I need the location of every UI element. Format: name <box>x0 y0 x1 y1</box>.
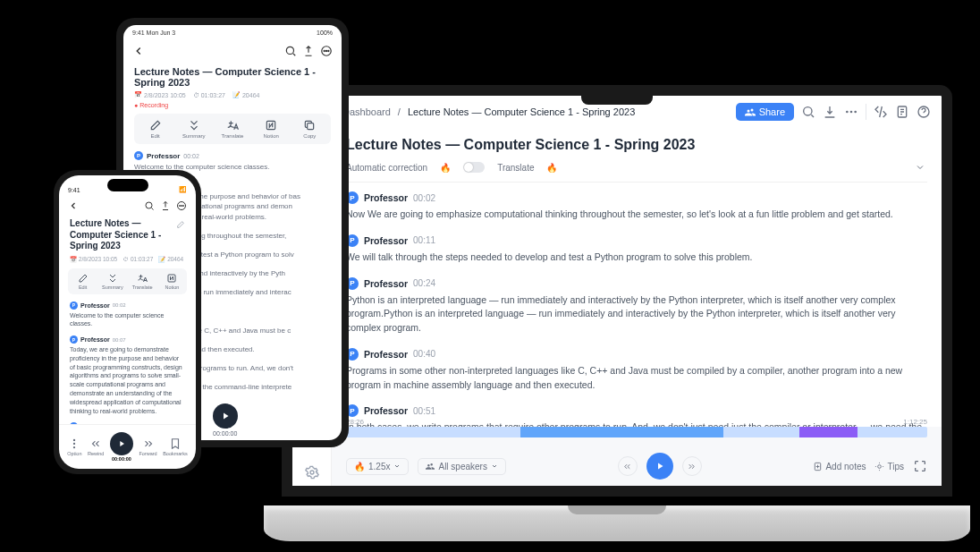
segment-text: Python is an interpreted language — run … <box>346 293 927 335</box>
tablet-copy-button[interactable]: Copy <box>293 119 325 139</box>
auto-correct-toggle[interactable] <box>463 162 485 173</box>
transcript-segment[interactable]: P Professor 00:51 In both cases, we writ… <box>346 404 927 427</box>
skip-back-button[interactable] <box>618 456 638 476</box>
transcript-segment[interactable]: P Professor 00:24 Python is an interpret… <box>346 277 927 335</box>
phone-forward-button[interactable]: Forward <box>139 437 156 456</box>
svg-point-8 <box>854 111 857 114</box>
phone-share-icon[interactable] <box>160 200 171 211</box>
play-button[interactable] <box>646 453 673 480</box>
tablet-more-icon[interactable] <box>320 45 333 57</box>
segment-text: Today, we are going to demonstrate profi… <box>70 345 185 415</box>
phone-back-button[interactable] <box>68 200 79 211</box>
svg-point-17 <box>328 50 329 51</box>
wave-start-time: 28:26 <box>346 418 364 426</box>
speaker-name: Professor <box>364 405 408 416</box>
phone-title: Lecture Notes — Computer Science 1 - Spr… <box>59 217 196 254</box>
phone-edit-button[interactable]: Edit <box>70 273 97 290</box>
svg-point-24 <box>183 206 184 207</box>
svg-point-7 <box>850 111 853 114</box>
topbar-more-icon[interactable] <box>844 105 858 119</box>
waveform[interactable]: 28:26 1:12:25 <box>332 427 942 446</box>
phone-edit-icon[interactable] <box>176 220 185 229</box>
phone-play-button[interactable] <box>110 432 133 455</box>
segment-time: 00:40 <box>413 349 435 359</box>
phone-bookmarks-button[interactable]: Bookmarks <box>163 437 188 456</box>
transcript-segment[interactable]: P Professor 00:02 Welcome to the compute… <box>70 301 185 329</box>
back-button[interactable] <box>132 45 145 57</box>
phone-notion-button[interactable]: Notion <box>158 273 185 290</box>
segment-text: Now We are going to emphasize computatio… <box>346 208 927 222</box>
svg-point-13 <box>286 47 293 54</box>
phone-option-button[interactable]: Option <box>67 437 81 456</box>
skip-fwd-button[interactable] <box>682 456 702 476</box>
fullscreen-icon[interactable] <box>913 459 927 473</box>
transcript-segment[interactable]: P Professor 00:40 Programs in some other… <box>346 348 927 393</box>
sidebar-settings-icon[interactable] <box>299 459 325 486</box>
topbar-help-icon[interactable] <box>917 105 931 119</box>
share-button[interactable]: Share <box>736 103 794 121</box>
phone-meta: 📅 2/8/2023 10:05 ⏱ 01:03:27 📝 20464 <box>59 254 196 268</box>
transcript-segment[interactable]: P Professor 00:07 Today, we are going to… <box>70 335 185 415</box>
laptop-device: Dashboard / Lecture Notes — Computer Sci… <box>264 85 970 541</box>
auto-correct-label: Automatic correction <box>346 163 427 173</box>
tablet-recording-status: ● Recording <box>123 100 342 114</box>
tablet-notion-button[interactable]: Notion <box>255 119 287 139</box>
phone-rewind-button[interactable]: Rewind <box>88 437 104 456</box>
tablet-search-icon[interactable] <box>284 45 297 57</box>
add-notes-button[interactable]: Add notes <box>813 462 866 471</box>
speaker-filter[interactable]: All speakers <box>418 458 505 475</box>
topbar-search-icon[interactable] <box>801 105 815 119</box>
laptop-notch <box>581 96 653 105</box>
topbar-download-icon[interactable] <box>823 105 837 119</box>
speaker-badge: P <box>134 151 143 160</box>
translate-label: Translate <box>497 163 534 173</box>
transcript-segment[interactable]: P Professor 00:02 Welcome to the compute… <box>134 151 331 172</box>
tablet-translate-button[interactable]: Translate <box>216 119 249 139</box>
page-title: Lecture Notes — Computer Science 1 - Spr… <box>346 137 927 153</box>
tablet-edit-button[interactable]: Edit <box>139 119 172 139</box>
laptop-base <box>264 505 970 541</box>
wave-end-time: 1:12:25 <box>903 418 927 426</box>
tablet-play-area: 00:00:00 <box>213 403 238 437</box>
speaker-name: Professor <box>80 336 110 343</box>
tablet-status-time: 9:41 Mon Jun 3 <box>132 30 175 36</box>
share-label: Share <box>759 106 785 117</box>
tablet-share-icon[interactable] <box>302 45 315 57</box>
tips-button[interactable]: Tips <box>874 462 904 471</box>
svg-point-23 <box>182 206 182 207</box>
svg-point-16 <box>325 50 326 51</box>
breadcrumb-current: Lecture Notes — Computer Science 1 - Spr… <box>408 106 635 117</box>
chevron-down-icon[interactable] <box>913 160 927 174</box>
svg-point-5 <box>804 107 812 115</box>
svg-point-6 <box>846 111 849 114</box>
tablet-status-battery: 100% <box>317 30 333 36</box>
speaker-name: Professor <box>147 152 180 160</box>
phone-translate-button[interactable]: Translate <box>129 273 156 290</box>
add-notes-label: Add notes <box>825 462 866 471</box>
phone-notch <box>107 179 148 191</box>
topbar-tools-icon[interactable] <box>874 105 888 119</box>
segment-time: 00:02 <box>113 302 126 308</box>
phone-status-time: 9:41 <box>68 187 80 193</box>
segment-time: 00:02 <box>413 193 435 203</box>
phone-more-icon[interactable] <box>176 200 187 211</box>
breadcrumb-root[interactable]: Dashboard <box>342 106 391 117</box>
speaker-badge: P <box>70 301 78 310</box>
flame-icon: 🔥 <box>546 163 557 173</box>
phone-search-icon[interactable] <box>144 200 155 211</box>
svg-point-26 <box>74 439 75 440</box>
phone-playback-time: 00:00:00 <box>112 456 131 462</box>
svg-rect-19 <box>308 123 314 130</box>
topbar-notes-icon[interactable] <box>895 105 909 119</box>
speed-selector[interactable]: 🔥 1.25x <box>346 458 409 475</box>
tablet-summary-button[interactable]: Summary <box>178 119 210 139</box>
transcript-segment[interactable]: P Professor 00:11 We will talk through t… <box>346 234 927 265</box>
segment-time: 00:07 <box>113 337 126 343</box>
speaker-name: Professor <box>364 349 408 360</box>
segment-text: We will talk through the steps needed to… <box>346 251 927 265</box>
segment-text: Welcome to the computer science classes. <box>70 311 185 329</box>
phone-play-area: 00:00:00 <box>110 432 133 462</box>
phone-summary-button[interactable]: Summary <box>99 273 126 290</box>
transcript-segment[interactable]: P Professor 00:02 Now We are going to em… <box>346 191 927 222</box>
tablet-play-button[interactable] <box>213 403 238 429</box>
